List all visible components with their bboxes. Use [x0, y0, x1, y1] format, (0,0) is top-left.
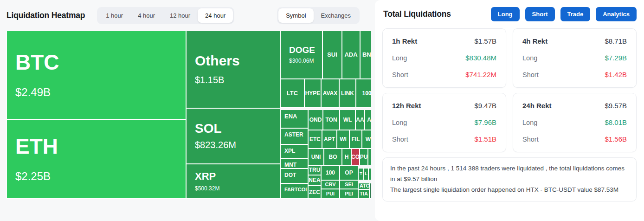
tile-symbol: FIL: [352, 136, 360, 143]
treemap-tile-bnb[interactable]: BNB: [360, 31, 371, 79]
tile-symbol: AA: [356, 117, 364, 123]
treemap-tile-avax[interactable]: AVAX: [321, 79, 339, 108]
tile-symbol: BO: [329, 154, 337, 160]
treemap-tile-t[interactable]: T: [358, 168, 364, 180]
tile-symbol: XRP: [195, 171, 280, 182]
tile-symbol: XPL: [284, 148, 308, 154]
tile-symbol: ADA: [344, 52, 357, 58]
tile-symbol: T: [360, 172, 362, 176]
long-value: $830.48M: [465, 54, 496, 62]
treemap-tile-h[interactable]: H: [342, 149, 351, 165]
treemap-tile-mnt[interactable]: MNT: [280, 158, 308, 169]
treemap-tile-x[interactable]: X: [368, 149, 371, 165]
treemap-tile-op[interactable]: OP: [340, 165, 358, 180]
time-filter-4-hour[interactable]: 4 hour: [130, 8, 162, 23]
treemap-tile-l[interactable]: L: [364, 168, 368, 180]
tile-symbol: APT: [324, 136, 335, 143]
view-filter-exchanges[interactable]: Exchanges: [314, 8, 358, 23]
long-value: $7.29B: [605, 54, 627, 62]
tile-symbol: LINK: [341, 91, 354, 97]
analytics-button[interactable]: Analytics: [596, 7, 637, 21]
treemap-tile-tile[interactable]: [369, 183, 371, 199]
treemap-tile-100[interactable]: 100: [356, 79, 371, 108]
treemap-tile-link[interactable]: LINK: [339, 79, 356, 108]
tile-symbol: ETH: [15, 135, 186, 157]
tile-symbol: L: [365, 172, 367, 176]
treemap-tile-doge[interactable]: DOGE$300.06M: [280, 31, 322, 79]
treemap-tile-btc[interactable]: BTC$2.49B: [6, 31, 186, 119]
treemap-tile-pei[interactable]: PEI: [340, 189, 358, 199]
treemap-tile-bo[interactable]: BO: [324, 149, 342, 165]
treemap-tile-xrp[interactable]: XRP$500.32M: [186, 164, 280, 199]
treemap-tile-t[interactable]: T: [368, 168, 371, 180]
treemap-tile-apt[interactable]: APT: [322, 130, 337, 149]
tile-symbol: FARTCOI: [284, 187, 308, 193]
tile-symbol: 100: [326, 170, 335, 176]
treemap-tile-others[interactable]: Others$1.15B: [186, 31, 280, 108]
treemap-tile-pu[interactable]: PU: [360, 149, 368, 165]
treemap-tile-xpl[interactable]: XPL: [280, 144, 308, 158]
treemap-tile-uni[interactable]: UNI: [308, 149, 324, 165]
treemap-tile-tru[interactable]: TRU: [308, 165, 321, 175]
treemap-tile-sei[interactable]: SEI: [340, 180, 358, 189]
card-row: Long$830.48M: [392, 54, 496, 62]
treemap-tile-zec[interactable]: ZEC: [308, 186, 321, 199]
treemap-tile-eth[interactable]: ETH$2.25B: [6, 119, 186, 199]
tile-symbol: ETC: [309, 136, 321, 143]
tile-symbol: UNI: [311, 154, 321, 160]
treemap-tile-fartcoi[interactable]: FARTCOI: [280, 183, 308, 199]
tile-value: $823.26M: [195, 140, 280, 150]
treemap-tile-ond[interactable]: OND: [308, 110, 323, 130]
treemap-tile-wi[interactable]: WI: [337, 130, 349, 149]
treemap-tile-fil[interactable]: FIL: [349, 130, 362, 149]
treemap-tile-co[interactable]: CO: [351, 149, 360, 165]
tile-symbol: ASTER: [284, 132, 308, 138]
treemap-tile-ar[interactable]: AR: [365, 110, 371, 130]
card-period-label: 4h Rekt: [522, 37, 547, 45]
treemap-tile-100[interactable]: 100: [321, 165, 340, 180]
tile-symbol: BTC: [15, 51, 186, 73]
tile-symbol: HYPE: [305, 91, 321, 97]
card-period-label: 1h Rekt: [392, 37, 417, 45]
treemap-tile-ena[interactable]: ENA: [280, 110, 308, 128]
treemap-tile-tia[interactable]: TIA: [358, 189, 369, 199]
treemap-tile-wl[interactable]: WL: [362, 130, 371, 149]
short-value: $741.22M: [465, 71, 496, 78]
treemap-tile-nea[interactable]: NEA: [308, 175, 321, 186]
trade-button[interactable]: Trade: [560, 7, 591, 21]
treemap-tile-dot[interactable]: DOT: [280, 169, 308, 183]
treemap-tile-ltc[interactable]: LTC: [280, 79, 304, 108]
heatmap-header: Liquidation Heatmap 1 hour4 hour12 hour2…: [6, 0, 360, 31]
treemap-tile-pui[interactable]: PUI: [321, 189, 340, 199]
treemap-tile-hype[interactable]: HYPE: [304, 79, 321, 108]
liquidation-treemap: BTC$2.49BETH$2.25BOthers$1.15BSOL$823.26…: [6, 31, 371, 199]
treemap-tile-ada[interactable]: ADA: [342, 31, 360, 79]
short-label: Short: [522, 71, 539, 78]
short-button[interactable]: Short: [525, 7, 555, 21]
panel-title: Total Liquidations: [383, 9, 451, 19]
tile-symbol: TIA: [360, 191, 368, 197]
treemap-tile-ton[interactable]: TON: [323, 110, 340, 130]
treemap-tile-sol[interactable]: SOL$823.26M: [186, 108, 280, 164]
time-filter-24-hour[interactable]: 24 hour: [198, 8, 233, 23]
time-filter-12-hour[interactable]: 12 hour: [162, 8, 198, 23]
time-filter-1-hour[interactable]: 1 hour: [98, 8, 130, 23]
tile-symbol: TRU: [309, 167, 321, 173]
treemap-tile-sui[interactable]: SUI: [322, 31, 342, 79]
treemap-tile-wl[interactable]: WL: [340, 110, 355, 130]
treemap-tile-aster[interactable]: ASTER: [280, 128, 308, 144]
tile-symbol: ENA: [284, 113, 308, 120]
tile-symbol: WL: [366, 136, 371, 143]
treemap-tile-crv[interactable]: CRV: [321, 180, 340, 189]
view-filter-symbol[interactable]: Symbol: [278, 8, 313, 23]
tile-value: $2.25B: [15, 170, 186, 183]
page-title: Liquidation Heatmap: [6, 11, 85, 20]
tile-symbol: H: [345, 154, 349, 160]
long-value: $7.96B: [474, 118, 496, 126]
short-label: Short: [522, 136, 539, 143]
tile-symbol: X: [371, 154, 371, 160]
treemap-tile-aa[interactable]: AA: [355, 110, 365, 130]
long-button[interactable]: Long: [491, 7, 520, 21]
treemap-tile-etc[interactable]: ETC: [308, 130, 322, 149]
card-row: Short$1.42B: [522, 71, 627, 78]
